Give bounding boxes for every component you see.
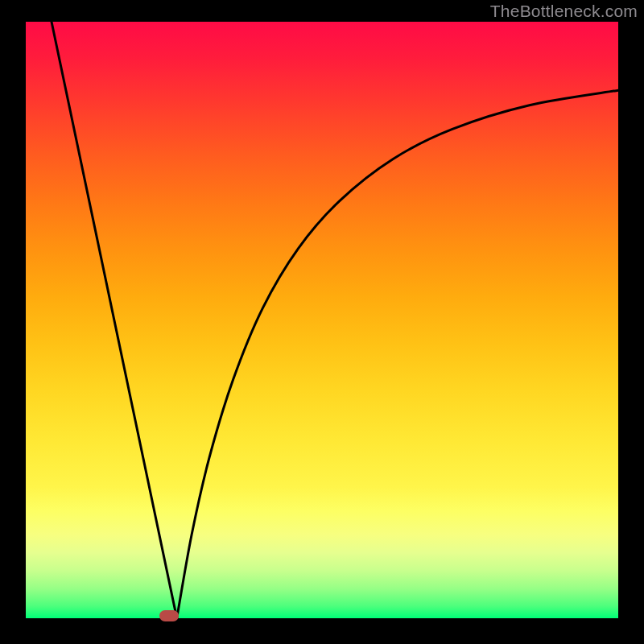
chart-frame: TheBottleneck.com	[0, 0, 644, 644]
curve-svg	[0, 0, 644, 644]
vertex-marker	[159, 610, 179, 621]
bottleneck-curve	[52, 22, 618, 618]
